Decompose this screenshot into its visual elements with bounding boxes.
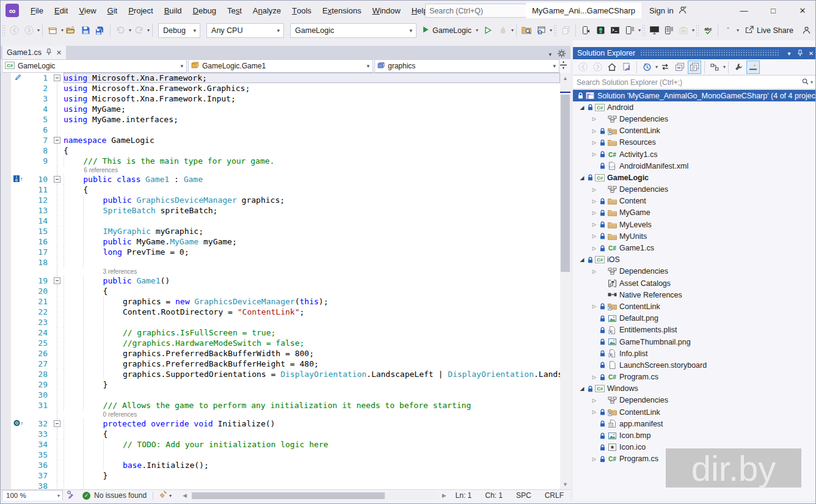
send-feedback-icon[interactable] [800,23,814,38]
horizontal-scrollbar-thumb[interactable] [192,492,385,499]
tree-item[interactable]: ▷ContentLink [573,125,816,137]
code-line[interactable]: 19public Game1() [1,276,560,286]
scroll-up-icon[interactable]: ▲ [560,73,570,83]
device-list-icon[interactable] [622,23,637,38]
code-line[interactable]: 36base.Initialize(); [1,460,560,470]
collapsed-arrow-icon[interactable]: ▷ [590,199,599,204]
collapse-box-icon[interactable] [54,176,60,183]
breakpoint-margin[interactable] [1,73,11,83]
tree-item[interactable]: Asset Catalogs [573,277,816,289]
breakpoint-margin[interactable] [1,257,11,268]
collapsed-arrow-icon[interactable]: ▷ [590,152,599,157]
outlining-margin[interactable] [50,104,64,114]
breakpoint-margin[interactable] [1,236,11,247]
collapsed-arrow-icon[interactable]: ▷ [590,409,599,415]
collapse-box-icon[interactable] [54,137,60,144]
outlining-margin[interactable] [50,135,64,145]
copy-item-icon[interactable] [558,23,573,38]
horizontal-scrollbar[interactable] [191,492,439,500]
show-all-files-icon[interactable] [688,60,701,74]
sync-with-active-document-icon[interactable] [658,60,672,74]
outlining-margin[interactable] [50,418,64,429]
breakpoint-margin[interactable] [1,205,11,216]
outlining-margin[interactable] [50,236,64,247]
collapse-all-icon[interactable] [673,60,687,74]
ipa-package-icon[interactable]: IPA [676,23,691,38]
code-line[interactable]: 25//graphics.HardwareModeSwitch = false; [1,338,560,348]
outlining-margin[interactable] [50,286,64,296]
outlining-margin[interactable] [50,156,64,166]
tree-item[interactable]: app.manifest [573,418,816,429]
redo-icon[interactable] [131,23,146,38]
terminal-icon[interactable] [608,23,622,38]
properties-wrench-icon[interactable] [732,60,745,74]
outlining-margin[interactable] [50,114,64,125]
code-line[interactable]: 24// graphics.IsFullScreen = true; [1,327,560,338]
breakpoint-margin[interactable] [1,184,11,195]
code-line[interactable]: 20{ [1,286,560,296]
code-line[interactable]: 5using MyGame.interfaces; [1,114,560,125]
code-line[interactable]: 23 [1,317,560,327]
expanded-arrow-icon[interactable]: ◢ [578,257,586,263]
tree-item[interactable]: ◢C#Windows [573,383,816,395]
breakpoint-margin[interactable] [1,359,11,369]
tab-game1-cs[interactable]: Game1.cs ✕ [2,46,66,59]
tree-item[interactable]: LaunchScreen.storyboard [573,359,816,371]
platform-dropdown[interactable]: Any CPU▾ [206,23,284,38]
breakpoint-margin[interactable] [1,307,11,317]
outlining-margin[interactable] [50,400,64,411]
outlining-margin[interactable] [50,93,64,104]
tree-item[interactable]: ▷MyGame [573,207,816,219]
line-indicator[interactable]: Ln: 1 [449,491,479,500]
code-editor[interactable]: 1using Microsoft.Xna.Framework;2using Mi… [1,73,560,489]
collapsed-arrow-icon[interactable]: ▷ [590,304,599,309]
breakpoint-margin[interactable] [1,247,11,257]
tree-item[interactable]: ▷Dependencies [573,395,816,406]
tree-item[interactable]: ▷ContentLink [573,301,816,312]
expanded-arrow-icon[interactable]: ◢ [578,385,586,392]
back-icon[interactable] [576,60,589,74]
code-line[interactable]: 4using MyGame; [1,104,560,114]
code-line[interactable]: 27graphics.PreferredBackBufferHeight = 4… [1,359,560,369]
code-line[interactable]: 16public MyGame.MyGame myGame; [1,236,560,247]
code-line[interactable]: 6 [1,125,560,135]
code-line[interactable]: 28graphics.SupportedOrientations = Displ… [1,369,560,379]
collapsed-arrow-icon[interactable]: ▷ [590,222,599,227]
outlining-margin[interactable] [50,73,64,83]
code-line[interactable]: 22Content.RootDirectory = "ContentLink"; [1,307,560,317]
outlining-margin[interactable] [50,83,64,93]
outlining-margin[interactable] [50,307,64,317]
menu-git[interactable]: Git [102,1,123,20]
chevron-down-icon[interactable]: ▾ [655,64,658,70]
device-log-icon[interactable] [661,23,676,38]
code-line[interactable]: 2using Microsoft.Xna.Framework.Graphics; [1,83,560,93]
code-line[interactable]: 9/// This is the main type for your game… [1,156,560,166]
code-line[interactable]: 26graphics.PreferredBackBufferWidth = 80… [1,348,560,359]
breakpoint-margin[interactable] [1,470,11,481]
file-nesting-icon[interactable] [708,60,721,74]
spell-check-icon[interactable]: abc [701,23,715,38]
breakpoint-margin[interactable] [1,145,11,156]
configuration-dropdown[interactable]: Debug▾ [158,23,200,38]
vertical-scrollbar[interactable]: ▲ ▼ [560,73,570,489]
gear-icon[interactable] [558,49,566,59]
tree-item[interactable]: ▷Dependencies [573,184,816,195]
tree-item[interactable]: Info.plist [573,348,816,359]
nav-member-dropdown[interactable]: graphics ▾ [374,59,559,73]
issues-status[interactable]: No issues found [94,491,147,500]
breakpoint-margin[interactable] [1,276,11,286]
code-line[interactable]: 37} [1,470,560,481]
code-line[interactable]: 17long PrevTime = 0; [1,247,560,257]
code-line[interactable]: 33{ [1,429,560,439]
tree-item[interactable]: Native References [573,289,816,301]
collapsed-arrow-icon[interactable]: ▷ [590,269,599,274]
inheritance-io-icon[interactable]: IO [13,174,20,184]
scroll-down-icon[interactable]: ▼ [560,479,570,489]
breakpoint-margin[interactable] [1,93,11,104]
close-icon[interactable]: ✕ [806,50,816,57]
tree-item[interactable]: ▷Dependencies [573,266,816,277]
tree-item[interactable]: Default.png [573,313,816,324]
outlining-margin[interactable] [50,429,64,439]
spaces-indicator[interactable]: SPC [509,491,538,500]
breakpoint-margin[interactable] [1,400,11,411]
